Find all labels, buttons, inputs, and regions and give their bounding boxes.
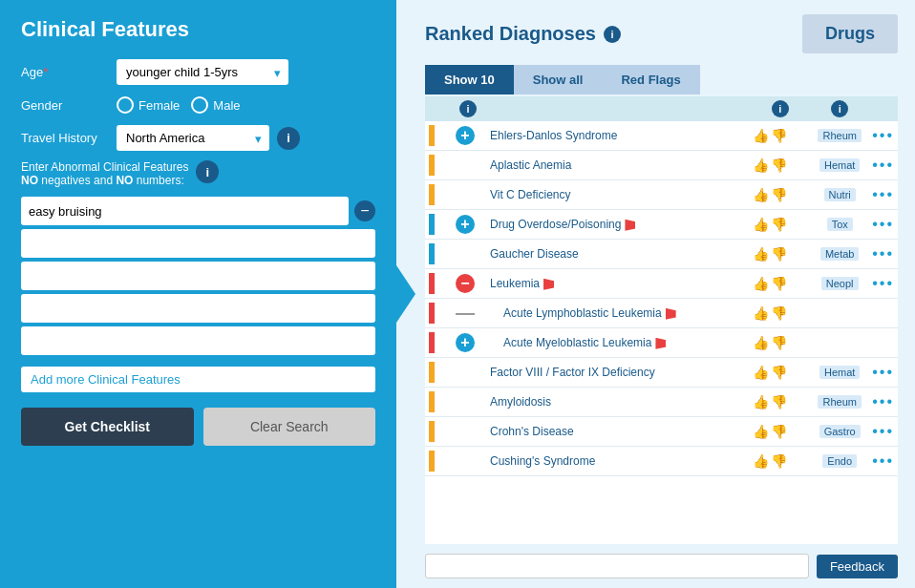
- thumbdown-button[interactable]: 👎: [771, 128, 787, 143]
- diagnoses-table: i i i + Ehl: [425, 96, 898, 476]
- thumb-controls: 👍 👎: [753, 158, 807, 173]
- table-row: Aplastic Anemia 👍 👎 Hemat •••: [425, 151, 898, 180]
- feature-input-4[interactable]: [21, 326, 375, 355]
- specialty-badge: Rheum: [818, 395, 861, 409]
- bar-indicator: [429, 391, 435, 412]
- expand-button[interactable]: +: [456, 333, 475, 352]
- feature-input-row-4: [21, 326, 375, 355]
- thumbup-button[interactable]: 👍: [753, 187, 769, 202]
- more-options-button[interactable]: •••: [872, 364, 894, 380]
- diagnosis-name: Acute Lymphoblastic Leukemia: [503, 306, 662, 320]
- travel-select[interactable]: North America South America Europe Afric…: [117, 125, 269, 151]
- thumbup-button[interactable]: 👍: [753, 128, 769, 143]
- feature-input-2[interactable]: [21, 262, 375, 290]
- bar-indicator: [429, 362, 435, 383]
- flag-icon: [655, 338, 666, 349]
- feature-input-0[interactable]: [21, 197, 349, 225]
- thumbup-button[interactable]: 👍: [753, 246, 769, 262]
- diagnoses-body: + Ehlers-Danlos Syndrome 👍 👎 Rheum ••• A…: [425, 121, 898, 476]
- diagnosis-name-cell: Drug Overdose/Poisoning: [484, 210, 749, 240]
- male-radio[interactable]: Male: [191, 96, 240, 114]
- instructions-info-button[interactable]: i: [196, 160, 219, 183]
- thumbup-button[interactable]: 👍: [753, 217, 769, 232]
- thumbdown-button[interactable]: 👎: [771, 453, 787, 469]
- thumbup-button[interactable]: 👍: [753, 305, 769, 321]
- remove-feature-0-button[interactable]: −: [354, 200, 375, 221]
- age-select[interactable]: younger child 1-5yrs infant <1yr older c…: [117, 59, 288, 85]
- specialty-badge: Rheum: [818, 129, 861, 142]
- diagnosis-name-cell: Crohn's Disease: [484, 417, 749, 447]
- thumbup-button[interactable]: 👍: [753, 424, 769, 439]
- thumb-controls: 👍 👎: [753, 305, 807, 321]
- thumbdown-button[interactable]: 👎: [771, 276, 787, 291]
- tab-show-all[interactable]: Show all: [514, 65, 603, 94]
- table-row: + Ehlers-Danlos Syndrome 👍 👎 Rheum •••: [425, 121, 898, 151]
- clear-search-button[interactable]: Clear Search: [203, 408, 376, 446]
- expand-button[interactable]: +: [456, 126, 475, 145]
- more-options-button[interactable]: •••: [872, 275, 894, 291]
- ranked-info-button[interactable]: i: [604, 26, 621, 43]
- feature-input-row-0: −: [21, 197, 375, 225]
- gender-row: Gender Female Male: [21, 96, 375, 114]
- drugs-button[interactable]: Drugs: [802, 14, 898, 53]
- thumbdown-button[interactable]: 👎: [771, 365, 787, 380]
- more-options-button[interactable]: •••: [872, 452, 894, 469]
- thumb-controls: 👍 👎: [753, 424, 807, 439]
- get-checklist-button[interactable]: Get Checklist: [21, 408, 194, 446]
- header-info-2[interactable]: i: [772, 100, 789, 117]
- thumbup-button[interactable]: 👍: [753, 453, 769, 469]
- more-options-button[interactable]: •••: [872, 245, 894, 262]
- feedback-input[interactable]: [425, 554, 809, 578]
- more-options-button[interactable]: •••: [872, 423, 894, 439]
- thumbup-button[interactable]: 👍: [753, 335, 769, 350]
- table-row: Vit C Deficiency 👍 👎 Nutri •••: [425, 180, 898, 210]
- feature-input-1[interactable]: [21, 229, 375, 258]
- more-options-button[interactable]: •••: [872, 127, 894, 143]
- more-options-button[interactable]: •••: [872, 157, 894, 173]
- bar-indicator: [429, 125, 435, 146]
- feedback-button[interactable]: Feedback: [817, 555, 898, 578]
- thumb-controls: 👍 👎: [753, 187, 807, 202]
- thumbup-button[interactable]: 👍: [753, 276, 769, 291]
- more-options-button[interactable]: •••: [872, 216, 894, 232]
- thumbdown-button[interactable]: 👎: [771, 246, 787, 262]
- thumbup-button[interactable]: 👍: [753, 365, 769, 380]
- feature-input-3[interactable]: [21, 294, 375, 323]
- header-info-3[interactable]: i: [831, 100, 848, 117]
- specialty-badge: Nutri: [824, 188, 856, 201]
- age-row: Age* younger child 1-5yrs infant <1yr ol…: [21, 59, 375, 85]
- expand-button[interactable]: +: [456, 215, 475, 234]
- more-options-button[interactable]: •••: [872, 186, 894, 202]
- specialty-badge: Neopl: [821, 277, 859, 290]
- thumbdown-button[interactable]: 👎: [771, 424, 787, 439]
- feature-input-row-1: [21, 229, 375, 258]
- thumbup-button[interactable]: 👍: [753, 158, 769, 173]
- flag-icon: [666, 308, 676, 320]
- right-panel: Ranked Diagnoses i Drugs Show 10 Show al…: [396, 0, 915, 588]
- tab-show-10[interactable]: Show 10: [425, 65, 514, 94]
- add-more-features-button[interactable]: Add more Clinical Features: [21, 367, 375, 392]
- thumbup-button[interactable]: 👍: [753, 394, 769, 410]
- thumb-controls: 👍 👎: [753, 128, 807, 143]
- travel-label: Travel History: [21, 131, 117, 145]
- diagnosis-name: Leukemia: [490, 277, 540, 290]
- age-label: Age*: [21, 65, 117, 79]
- thumbdown-button[interactable]: 👎: [771, 305, 787, 321]
- thumbdown-button[interactable]: 👎: [771, 217, 787, 232]
- dash-marker: [456, 313, 475, 315]
- age-select-wrapper: younger child 1-5yrs infant <1yr older c…: [117, 59, 288, 85]
- collapse-button[interactable]: −: [456, 274, 475, 293]
- thumbdown-button[interactable]: 👎: [771, 335, 787, 350]
- thumbdown-button[interactable]: 👎: [771, 187, 787, 202]
- thumbdown-button[interactable]: 👎: [771, 394, 787, 410]
- diagnosis-name: Drug Overdose/Poisoning: [490, 218, 621, 231]
- feedback-bar: Feedback: [425, 550, 898, 578]
- more-options-button[interactable]: •••: [872, 393, 894, 410]
- diagnosis-name-cell: Aplastic Anemia: [484, 151, 749, 180]
- tab-red-flags[interactable]: Red Flags: [602, 65, 699, 94]
- travel-info-button[interactable]: i: [277, 127, 300, 150]
- thumbdown-button[interactable]: 👎: [771, 158, 787, 173]
- header-info-1[interactable]: i: [459, 100, 477, 117]
- gender-label: Gender: [21, 98, 117, 113]
- female-radio[interactable]: Female: [117, 96, 180, 114]
